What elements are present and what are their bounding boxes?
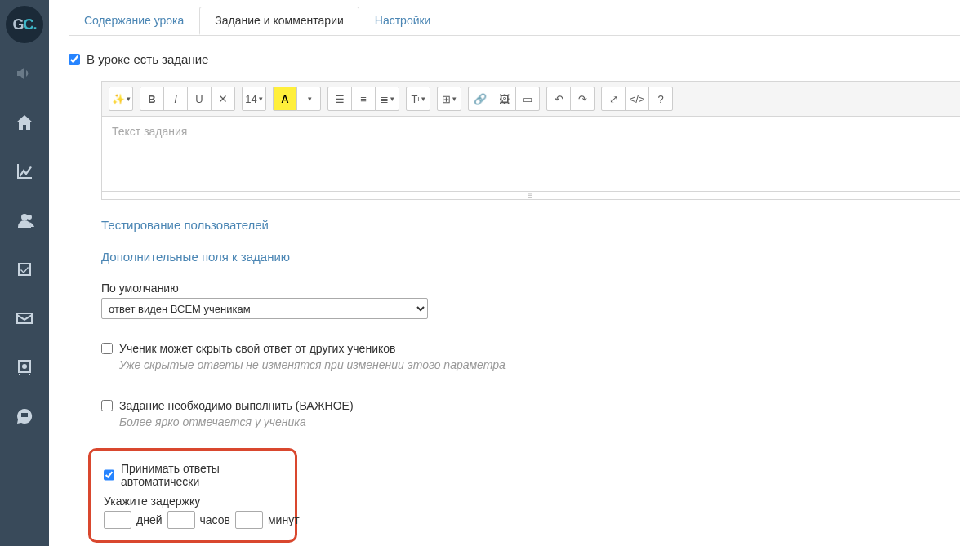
logo[interactable]: GC. (0, 0, 49, 49)
visibility-select[interactable]: ответ виден ВСЕМ ученикам (101, 298, 428, 319)
bold-button[interactable]: B (140, 87, 164, 111)
help-button[interactable]: ? (648, 87, 673, 111)
sidebar-check-icon[interactable] (0, 245, 49, 294)
tabs: Содержание урока Задание и комментарии Н… (69, 7, 960, 35)
important-desc: Более ярко отмечается у ученика (119, 415, 960, 428)
fullscreen-button[interactable]: ⤢ (601, 87, 626, 111)
sidebar-safe-icon[interactable] (0, 343, 49, 392)
hide-answer-desc: Уже скрытые ответы не изменятся при изме… (119, 358, 960, 371)
clear-format-button[interactable] (211, 87, 235, 111)
sidebar-chat-icon[interactable] (0, 392, 49, 441)
tab-settings[interactable]: Настройки (359, 7, 447, 35)
lesson-has-assignment-row: В уроке есть задание (69, 52, 960, 66)
table-button[interactable]: ⊞▾ (437, 87, 461, 111)
important-label: Задание необходимо выполнить (ВАЖНОЕ) (119, 399, 354, 412)
sidebar-sound-icon[interactable] (0, 49, 49, 98)
hours-unit: часов (200, 513, 230, 526)
text-color-caret[interactable]: ▾ (296, 87, 321, 111)
fontsize-select[interactable]: 14▾ (242, 87, 266, 111)
important-checkbox[interactable] (101, 400, 113, 411)
default-label: По умолчанию (101, 282, 960, 295)
delay-minutes-input[interactable] (235, 511, 263, 529)
ol-button[interactable]: ≡ (351, 87, 376, 111)
delay-label: Укажите задержку (104, 495, 282, 508)
auto-accept-checkbox[interactable] (104, 469, 114, 481)
text-color-button[interactable]: A (273, 87, 297, 111)
testing-link[interactable]: Тестирование пользователей (101, 218, 960, 232)
main-content: Содержание урока Задание и комментарии Н… (49, 7, 980, 546)
text-style-button[interactable]: TI▾ (406, 87, 430, 111)
extra-fields-link[interactable]: Дополнительные поля к заданию (101, 250, 960, 264)
editor-toolbar: ✨▾ B I U 14▾ A ▾ ☰ ≡ ≣▾ TI▾ ⊞▾ 🔗 🖼 (101, 81, 960, 117)
sidebar-users-icon[interactable] (0, 196, 49, 245)
ul-button[interactable]: ☰ (327, 87, 352, 111)
auto-accept-label: Принимать ответы автоматически (121, 462, 282, 488)
sidebar-chart-icon[interactable] (0, 147, 49, 196)
italic-button[interactable]: I (163, 87, 188, 111)
hide-answer-label: Ученик может скрыть свой ответ от других… (119, 342, 395, 355)
delay-days-input[interactable] (104, 511, 131, 529)
editor-textarea[interactable]: Текст задания (101, 117, 960, 192)
delay-inputs: дней часов минут (104, 511, 282, 529)
default-visibility-field: По умолчанию ответ виден ВСЕМ ученикам (101, 282, 960, 319)
image-button[interactable]: 🖼 (492, 87, 516, 111)
redo-button[interactable]: ↷ (570, 87, 595, 111)
video-button[interactable]: ▭ (515, 87, 540, 111)
lesson-has-assignment-checkbox[interactable] (69, 54, 80, 65)
minutes-unit: минут (268, 513, 300, 526)
important-block: Задание необходимо выполнить (ВАЖНОЕ) Бо… (101, 399, 960, 428)
auto-accept-box: Принимать ответы автоматически Укажите з… (88, 448, 297, 543)
sidebar-mail-icon[interactable] (0, 294, 49, 343)
sidebar: GC. (0, 0, 49, 546)
lesson-has-assignment-label: В уроке есть задание (87, 52, 208, 66)
sidebar-home-icon[interactable] (0, 98, 49, 147)
tab-content[interactable]: Содержание урока (69, 7, 199, 35)
hide-answer-checkbox[interactable] (101, 343, 113, 354)
link-button[interactable]: 🔗 (468, 87, 492, 111)
editor-resize-handle[interactable]: ≡ (101, 192, 960, 200)
delay-hours-input[interactable] (167, 511, 195, 529)
underline-button[interactable]: U (187, 87, 212, 111)
days-unit: дней (136, 513, 163, 526)
hide-answer-block: Ученик может скрыть свой ответ от других… (101, 342, 960, 371)
magic-icon[interactable]: ✨▾ (109, 87, 133, 111)
editor: ✨▾ B I U 14▾ A ▾ ☰ ≡ ≣▾ TI▾ ⊞▾ 🔗 🖼 (101, 81, 960, 200)
undo-button[interactable]: ↶ (546, 87, 571, 111)
align-button[interactable]: ≣▾ (375, 87, 399, 111)
tab-assignment[interactable]: Задание и комментарии (199, 7, 359, 35)
code-button[interactable]: </> (625, 87, 649, 111)
